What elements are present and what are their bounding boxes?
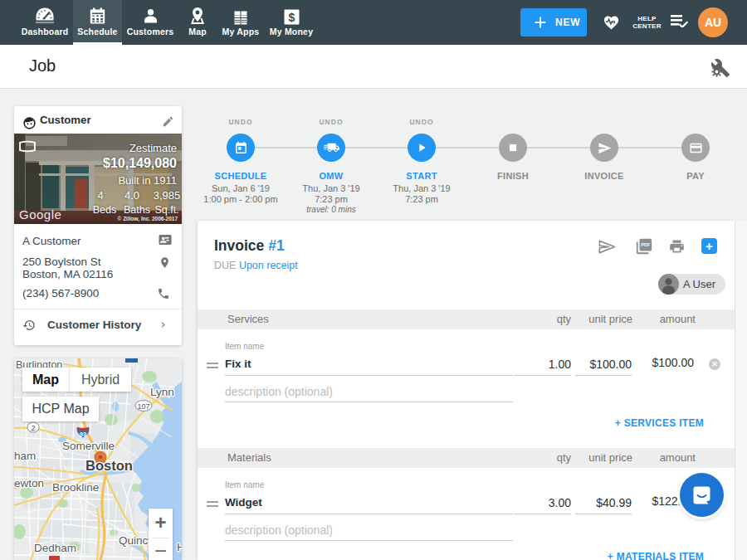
svg-text:$: $: [288, 11, 295, 24]
svg-text:2: 2: [31, 424, 35, 432]
svg-text:Boston: Boston: [85, 458, 133, 473]
svg-text:Brookline: Brookline: [52, 481, 99, 494]
svg-text:107: 107: [137, 402, 149, 411]
svg-text:Somerville: Somerville: [62, 440, 115, 452]
svg-text:Hi: Hi: [177, 541, 182, 553]
svg-text:ham: ham: [14, 450, 36, 462]
svg-text:93: 93: [80, 431, 86, 437]
svg-text:ewton: ewton: [14, 477, 44, 489]
svg-text:Lynn: Lynn: [150, 386, 174, 398]
svg-text:PDF: PDF: [641, 242, 651, 247]
svg-text:Dedham: Dedham: [34, 542, 76, 554]
